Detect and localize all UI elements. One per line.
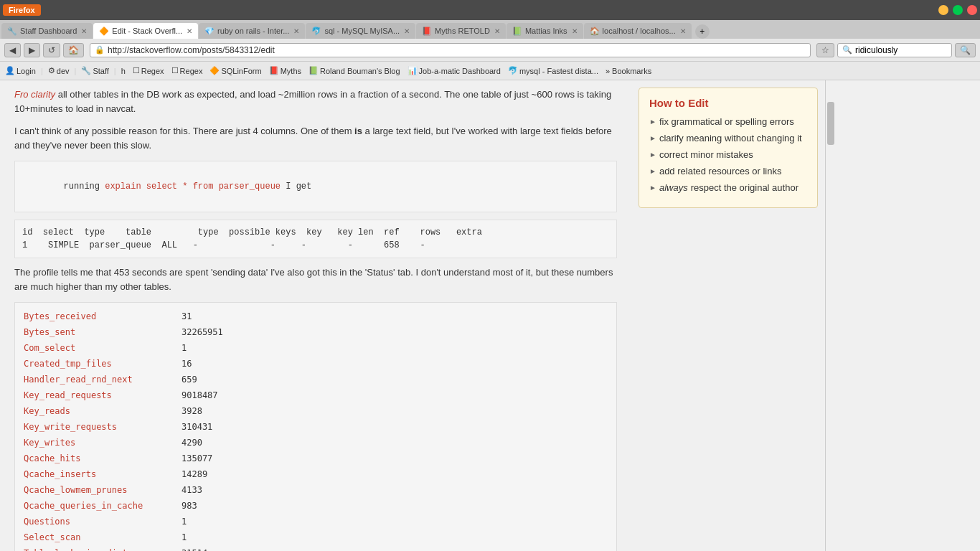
bookmark-icon: ☐	[171, 66, 179, 75]
tab-icon: 🏠	[590, 27, 600, 36]
tab-stackoverflow[interactable]: 🔶 Edit - Stack Overfl... ✕	[93, 23, 198, 39]
tab-myths[interactable]: 📕 Myths RETOLD ✕	[416, 23, 506, 39]
bookmark-label: Login	[17, 67, 36, 75]
status-row-key-reads: Key_reads3928	[24, 403, 608, 419]
status-row-table-locks: Table_locks_immediate31514	[24, 545, 608, 551]
status-row-key-read-req: Key_read_requests9018487	[24, 387, 608, 403]
firefox-button[interactable]: Firefox	[3, 4, 41, 16]
status-row-created-tmp: Created_tmp_files16	[24, 356, 608, 372]
status-table: Bytes_received31 Bytes_sent32265951 Com_…	[14, 302, 617, 551]
bookmark-job[interactable]: 📊 Job-a-matic Dashboard	[405, 65, 503, 76]
bookmark-dev[interactable]: ⚙ dev	[46, 65, 72, 76]
bookmark-icon: ☐	[133, 66, 140, 75]
zoom-button[interactable]: 🔍	[955, 43, 976, 57]
code-text: running explain select * from parser_que…	[64, 182, 312, 192]
browser-frame: Firefox 🔧 Staff Dashboard ✕ 🔶 Edit - Sta…	[0, 0, 980, 551]
forward-button[interactable]: ▶	[24, 43, 40, 57]
tab-bar: 🔧 Staff Dashboard ✕ 🔶 Edit - Stack Overf…	[0, 20, 980, 39]
title-bar: Firefox	[0, 0, 980, 20]
tab-close-icon[interactable]: ✕	[572, 27, 578, 35]
tab-icon: 💎	[204, 27, 215, 36]
tab-localhost[interactable]: 🏠 localhost / localhos... ✕	[584, 23, 692, 39]
address-bar[interactable]: 🔒 http://stackoverflow.com/posts/5843312…	[90, 43, 811, 57]
minimize-button[interactable]	[938, 5, 948, 15]
tab-mattias[interactable]: 📗 Mattias Inks ✕	[507, 23, 583, 39]
bookmark-mysql[interactable]: 🐬 mysql - Fastest dista...	[506, 65, 600, 76]
tab-label: sql - MySQL MyISA...	[324, 27, 400, 35]
bookmark-roland[interactable]: 📗 Roland Bouman's Blog	[306, 65, 402, 76]
code-block: running explain select * from parser_que…	[14, 161, 617, 212]
edit-rule-5: always respect the original author	[649, 182, 807, 193]
status-row-qcache-hits: Qcache_hits135077	[24, 451, 608, 466]
tab-close-icon[interactable]: ✕	[404, 27, 410, 35]
new-tab-button[interactable]: +	[695, 24, 710, 39]
back-button[interactable]: ◀	[4, 43, 21, 57]
tab-mysql[interactable]: 🐬 sql - MySQL MyISA... ✕	[306, 23, 415, 39]
status-row-com-select: Com_select1	[24, 340, 608, 356]
search-box[interactable]: 🔍 ridiculously	[837, 43, 952, 57]
tab-staff[interactable]: 🔧 Staff Dashboard ✕	[1, 23, 93, 39]
refresh-button[interactable]: ↺	[43, 43, 60, 57]
bookmark-label: mysql - Fastest dista...	[519, 67, 598, 75]
bookmark-h[interactable]: h	[119, 66, 128, 76]
bookmark-regex1[interactable]: ☐ Regex	[131, 65, 166, 76]
edit-rule-2-text: clarify meaning without changing it	[659, 133, 802, 143]
bookmark-label: h	[121, 67, 126, 75]
explain-table: id select type table type possible keys …	[14, 220, 617, 258]
bookmark-label: dev	[57, 67, 70, 75]
edit-rule-4-text: add related resources or links	[659, 166, 782, 176]
post-para3: The profile tells me that 453 seconds ar…	[14, 265, 617, 293]
tab-close-icon[interactable]: ✕	[680, 27, 686, 35]
bookmarks-bar: 👤 Login | ⚙ dev | 🔧 Staff | h ☐ Regex ☐ …	[0, 62, 980, 80]
status-row-key-write-req: Key_write_requests310431	[24, 419, 608, 435]
bookmark-icon: 📊	[407, 66, 418, 75]
address-text: http://stackoverflow.com/posts/5843312/e…	[108, 45, 275, 55]
status-row-key-writes: Key_writes4290	[24, 435, 608, 451]
status-row-qcache-inserts: Qcache_inserts14289	[24, 466, 608, 482]
bookmark-label: Roland Bouman's Blog	[320, 67, 400, 75]
bookmark-icon: 📕	[269, 66, 279, 75]
tab-label: localhost / localhos...	[603, 27, 676, 35]
scrollbar-thumb[interactable]	[827, 102, 834, 145]
maximize-button[interactable]	[953, 5, 963, 15]
status-row-select-scan: Select_scan1	[24, 529, 608, 545]
bookmark-label: Staff	[93, 67, 108, 75]
tab-rubyonrails[interactable]: 💎 ruby on rails - Inter... ✕	[199, 23, 305, 39]
bookmark-myths[interactable]: 📕 Myths	[267, 65, 303, 76]
status-row-questions: Questions1	[24, 514, 608, 529]
edit-rule-1: fix grammatical or spelling errors	[649, 116, 807, 127]
close-button[interactable]	[967, 5, 977, 15]
scrollbar[interactable]	[825, 80, 835, 551]
edit-rule-5-italic: always	[659, 182, 688, 193]
bookmark-bookmarks[interactable]: » Bookmarks	[603, 66, 654, 76]
tab-close-icon[interactable]: ✕	[81, 27, 87, 35]
intro-text: all other tables in the DB work as expec…	[14, 89, 611, 114]
status-row-bytes-sent: Bytes_sent32265951	[24, 324, 608, 340]
bookmark-regex2[interactable]: ☐ Regex	[169, 65, 205, 76]
bookmark-icon: 🔧	[81, 66, 91, 75]
search-engine-icon: 🔍	[842, 45, 852, 55]
how-to-edit-box: How to Edit fix grammatical or spelling …	[639, 88, 818, 208]
sidebar: How to Edit fix grammatical or spelling …	[631, 80, 825, 551]
status-row-handler: Handler_read_rnd_next659	[24, 372, 608, 387]
post-intro: Fro clarity all other tables in the DB w…	[14, 88, 617, 116]
tab-close-icon[interactable]: ✕	[187, 27, 192, 35]
explain-header: id select type table type possible keys …	[22, 226, 609, 239]
tab-icon: 🔶	[99, 27, 109, 36]
post-para2: I can't think of any possible reason for…	[14, 124, 617, 152]
bookmark-staff[interactable]: 🔧 Staff	[79, 65, 110, 76]
star-button[interactable]: ☆	[816, 43, 834, 57]
tab-icon: 📕	[422, 27, 432, 36]
nav-bar: ◀ ▶ ↺ 🏠 🔒 http://stackoverflow.com/posts…	[0, 39, 980, 62]
edit-rule-4: add related resources or links	[649, 166, 807, 176]
bookmark-label: SQLinForm	[221, 67, 261, 75]
bookmark-icon: 👤	[5, 66, 15, 75]
main-content: Fro clarity all other tables in the DB w…	[0, 80, 631, 551]
tab-close-icon[interactable]: ✕	[293, 27, 299, 35]
home-button[interactable]: 🏠	[63, 43, 84, 57]
fro-clarity-text: Fro clarity	[14, 89, 55, 100]
edit-rule-1-text: fix grammatical or spelling errors	[659, 116, 794, 127]
tab-close-icon[interactable]: ✕	[494, 27, 500, 35]
bookmark-sqlinform[interactable]: 🔶 SQLinForm	[207, 65, 263, 76]
bookmark-login[interactable]: 👤 Login	[3, 65, 38, 76]
